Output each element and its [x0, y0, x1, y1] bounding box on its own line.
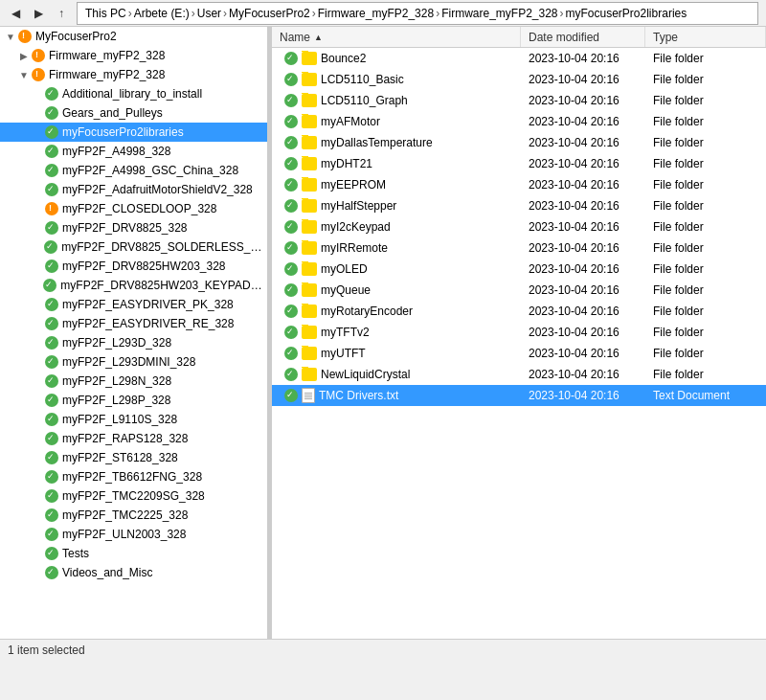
file-type: File folder — [645, 326, 766, 339]
col-header-date[interactable]: Date modified — [521, 27, 645, 47]
col-header-type[interactable]: Type — [645, 27, 766, 47]
tree-item-l298p[interactable]: myFP2F_L298P_328 — [0, 391, 267, 410]
tree-item-mylib[interactable]: myFocuserPro2libraries — [0, 123, 267, 142]
tree-item-l298n[interactable]: myFP2F_L298N_328 — [0, 372, 267, 391]
tree-item-drv8825hwkp[interactable]: myFP2F_DRV8825HW203_KEYPAD_328 — [0, 276, 267, 295]
breadcrumb-sep: › — [128, 7, 132, 20]
folder-icon — [302, 94, 317, 107]
green-check-icon — [44, 105, 59, 121]
file-row[interactable]: myIRRemote2023-10-04 20:16File folder — [272, 237, 766, 259]
file-status-icon — [283, 135, 299, 150]
folder-icon — [302, 368, 317, 381]
file-row[interactable]: TMC Drivers.txt2023-10-04 20:16Text Docu… — [272, 385, 766, 406]
file-name: myRotaryEncoder — [321, 305, 413, 318]
file-row[interactable]: myDHT212023-10-04 20:16File folder — [272, 153, 766, 174]
tree-item-raps128[interactable]: myFP2F_RAPS128_328 — [0, 429, 267, 448]
tree-item-a4998[interactable]: myFP2F_A4998_328 — [0, 142, 267, 161]
file-row[interactable]: NewLiquidCrystal2023-10-04 20:16File fol… — [272, 364, 766, 385]
folder-icon — [302, 157, 317, 170]
tree-item-uln2003[interactable]: myFP2F_ULN2003_328 — [0, 525, 267, 544]
tree-item-l9110s[interactable]: myFP2F_L9110S_328 — [0, 410, 267, 429]
file-status-icon — [283, 198, 299, 214]
breadcrumb-part: Firmware_myFP2_328 — [318, 7, 434, 20]
file-date: 2023-10-04 20:16 — [521, 178, 645, 192]
file-row[interactable]: myTFTv22023-10-04 20:16File folder — [272, 322, 766, 343]
green-check-icon — [44, 431, 59, 446]
forward-button[interactable]: ▶ — [28, 3, 49, 24]
back-button[interactable]: ◀ — [5, 3, 26, 24]
tree-item-drv8825[interactable]: myFP2F_DRV8825_328 — [0, 218, 267, 237]
file-status-icon — [283, 72, 299, 87]
file-row[interactable]: myDallasTemperature2023-10-04 20:16File … — [272, 132, 766, 153]
file-row[interactable]: myUTFT2023-10-04 20:16File folder — [272, 343, 766, 364]
green-check-icon — [44, 124, 59, 140]
tree-item-tmc2225[interactable]: myFP2F_TMC2225_328 — [0, 506, 267, 525]
orange-alert-icon — [44, 201, 59, 216]
tree-item-firmware2[interactable]: ▼Firmware_myFP2_328 — [0, 65, 267, 84]
file-name: Bounce2 — [321, 52, 366, 65]
file-type: File folder — [645, 136, 766, 149]
file-name: myI2cKeypad — [321, 220, 391, 234]
file-row[interactable]: myEEPROM2023-10-04 20:16File folder — [272, 174, 766, 195]
file-status-icon — [283, 177, 299, 192]
file-type: File folder — [645, 199, 766, 213]
file-row[interactable]: myI2cKeypad2023-10-04 20:16File folder — [272, 216, 766, 237]
file-row[interactable]: LCD5110_Graph2023-10-04 20:16File folder — [272, 90, 766, 111]
file-list: Bounce22023-10-04 20:16File folderLCD511… — [272, 48, 766, 406]
green-check-icon — [44, 508, 59, 523]
tree-item-myfocuserpro2-root[interactable]: ▼MyFocuserPro2 — [0, 27, 267, 46]
file-date: 2023-10-04 20:16 — [521, 347, 645, 360]
tree-item-gears[interactable]: Gears_and_Pulleys — [0, 103, 267, 123]
tree-item-drv8825sl[interactable]: myFP2F_DRV8825_SOLDERLESS_328 — [0, 237, 267, 257]
file-status-icon — [283, 367, 299, 382]
address-bar[interactable]: This PC › Arbete (E:) › User › MyFocuser… — [77, 2, 758, 25]
tree-item-tmc2209sg[interactable]: myFP2F_TMC2209SG_328 — [0, 486, 267, 506]
tree-item-easydriver[interactable]: myFP2F_EASYDRIVER_PK_328 — [0, 295, 267, 314]
green-check-icon — [44, 220, 59, 236]
tree-item-additional[interactable]: Additional_library_to_install — [0, 84, 267, 103]
file-type: File folder — [645, 157, 766, 170]
file-row[interactable]: Bounce22023-10-04 20:16File folder — [272, 48, 766, 69]
file-date: 2023-10-04 20:16 — [521, 199, 645, 213]
status-bar: 1 item selected — [0, 639, 766, 660]
tree-item-easydriverre[interactable]: myFP2F_EASYDRIVER_RE_328 — [0, 314, 267, 333]
file-row[interactable]: myAFMotor2023-10-04 20:16File folder — [272, 111, 766, 132]
folder-icon — [302, 305, 317, 318]
up-button[interactable]: ↑ — [51, 3, 72, 24]
tree-item-tests[interactable]: Tests — [0, 544, 267, 563]
tree-item-a4998china[interactable]: myFP2F_A4998_GSC_China_328 — [0, 161, 267, 180]
file-row[interactable]: myQueue2023-10-04 20:16File folder — [272, 280, 766, 301]
file-type: Text Document — [645, 389, 766, 402]
file-row[interactable]: LCD5110_Basic2023-10-04 20:16File folder — [272, 69, 766, 90]
tree-item-tb6612[interactable]: myFP2F_TB6612FNG_328 — [0, 467, 267, 486]
tree-item-l293d[interactable]: myFP2F_L293D_328 — [0, 333, 267, 352]
breadcrumb-part: Firmware_myFP2_328 — [441, 7, 557, 20]
file-status-icon — [283, 114, 299, 129]
file-date: 2023-10-04 20:16 — [521, 389, 645, 402]
tree-item-videos[interactable]: Videos_and_Misc — [0, 563, 267, 582]
file-name: LCD5110_Graph — [321, 94, 408, 107]
file-date: 2023-10-04 20:16 — [521, 52, 645, 65]
file-date: 2023-10-04 20:16 — [521, 115, 645, 128]
green-check-icon — [44, 354, 59, 370]
tree-item-st6128[interactable]: myFP2F_ST6128_328 — [0, 448, 267, 467]
file-type: File folder — [645, 73, 766, 86]
file-date: 2023-10-04 20:16 — [521, 94, 645, 107]
file-row[interactable]: myRotaryEncoder2023-10-04 20:16File fold… — [272, 301, 766, 322]
green-check-icon — [44, 565, 59, 580]
tree-item-drv8825hw[interactable]: myFP2F_DRV8825HW203_328 — [0, 257, 267, 276]
folder-icon — [302, 241, 317, 255]
col-header-name[interactable]: Name ▲ — [272, 27, 521, 47]
tree-item-closedloop[interactable]: myFP2F_CLOSEDLOOP_328 — [0, 199, 267, 218]
tree-item-adafruit[interactable]: myFP2F_AdafruitMotorShieldV2_328 — [0, 180, 267, 199]
breadcrumb-part: User — [197, 7, 221, 20]
file-type: File folder — [645, 52, 766, 65]
tree-item-l293dmini[interactable]: myFP2F_L293DMINI_328 — [0, 352, 267, 372]
file-type: File folder — [645, 94, 766, 107]
file-row[interactable]: myOLED2023-10-04 20:16File folder — [272, 259, 766, 280]
folder-icon — [302, 220, 317, 234]
file-row[interactable]: myHalfStepper2023-10-04 20:16File folder — [272, 195, 766, 216]
green-check-icon — [44, 297, 59, 312]
tree-item-firmware1[interactable]: ▶Firmware_myFP2_328 — [0, 46, 267, 65]
file-status-icon — [283, 93, 299, 108]
